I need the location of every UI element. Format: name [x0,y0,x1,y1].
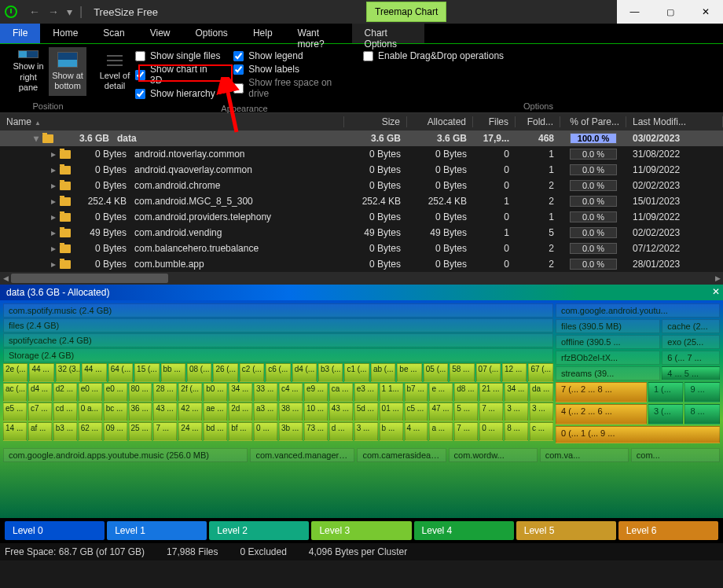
treemap-cell[interactable]: bf ... [229,422,252,441]
treemap-cell[interactable]: 6 (... 7 ... [662,351,720,365]
treemap-cell[interactable]: ca ... [329,383,353,402]
treemap-cell[interactable]: b ... [380,422,403,441]
treemap-cell[interactable]: 42 ... [178,402,202,421]
col-modified[interactable]: Last Modifi... [626,116,723,127]
expand-icon[interactable]: ▸ [49,164,58,175]
treemap-cell[interactable]: rfzBOb2el-tX... [556,351,660,365]
treemap-cell[interactable]: 80 ... [129,383,152,402]
table-row[interactable]: ▸0 Bytescom.balancehero.truebalance0 Byt… [0,241,723,256]
chk-enable-dragdrop[interactable]: Enable Drag&Drop operations [363,50,714,61]
treemap-cell[interactable]: 64 (... [108,363,133,382]
expand-icon[interactable]: ▸ [49,259,58,270]
show-at-bottom-button[interactable]: Show at bottom [49,47,86,96]
treemap-cell[interactable]: c5 ... [405,402,428,421]
treemap-cell[interactable]: 9 ... [684,382,720,402]
treemap-cell[interactable]: 36 ... [129,402,152,421]
expand-icon[interactable]: ▸ [49,211,58,222]
treemap-cell[interactable]: 07 (... [476,363,501,382]
treemap-cell[interactable]: af ... [28,422,52,441]
treemap-cell[interactable]: 1 (... [648,382,684,402]
treemap-cell[interactable]: e0 ... [79,383,102,402]
grid-scrollbar-h[interactable]: ◀ ▶ [0,272,723,285]
treemap-cell[interactable]: 12 ... [502,363,527,382]
treemap-cell[interactable]: b0 ... [204,383,227,402]
file-grid[interactable]: ▾3.6 GBdata3.6 GB3.6 GB17,9...468100.0 %… [0,130,723,272]
treemap-cell[interactable]: 7 ... [153,422,177,441]
treemap-cell[interactable]: 33 ... [254,383,277,402]
treemap-cell[interactable]: 67 (... [528,363,552,382]
col-files[interactable]: Files [473,116,516,127]
treemap-cell[interactable]: 3 ... [354,422,378,441]
chk-show-free-space[interactable]: Show free space on drive [233,77,354,99]
treemap-cell[interactable]: e5 ... [3,402,27,421]
treemap-cell[interactable]: 47 ... [429,402,453,421]
treemap-cell[interactable]: e0 ... [104,383,127,402]
treemap-cell[interactable]: 26 (... [213,363,237,382]
treemap-cell[interactable]: d4 (... [292,363,317,382]
table-row[interactable]: ▾3.6 GBdata3.6 GB3.6 GB17,9...468100.0 %… [0,130,723,146]
treemap-cell[interactable]: 73 ... [304,422,328,441]
treemap-cell[interactable]: 44 ... [29,363,53,382]
treemap-cell[interactable]: 21 ... [479,383,503,402]
treemap-cell[interactable]: 1 1... [380,383,403,402]
treemap-cell[interactable]: 3 ... [505,402,528,421]
treemap-cell[interactable]: 05 (... [424,363,448,382]
treemap-cell[interactable]: c2 (... [240,363,264,382]
level-of-detail-button[interactable]: Level of detail [96,47,134,96]
treemap-cell[interactable]: a3 ... [254,402,277,421]
treemap-cell[interactable]: spotifycache (2.4 GB) [3,333,553,347]
treemap-cell[interactable]: 15 (... [134,363,159,382]
treemap-cell[interactable]: c7 ... [28,402,52,421]
table-row[interactable]: ▸0 Bytescom.android.providers.telephony0… [0,209,723,225]
menu-options[interactable]: Options [183,24,240,43]
legend-level-3[interactable]: Level 3 [311,521,411,540]
treemap-cell[interactable]: bd ... [204,422,227,441]
table-row[interactable]: ▸0 Bytescom.android.chrome0 Bytes0 Bytes… [0,178,723,193]
treemap-cell[interactable]: 14 ... [3,422,27,441]
expand-icon[interactable]: ▸ [49,149,58,160]
treemap-cell[interactable]: 01 ... [380,402,403,421]
treemap-cell[interactable]: 44 ... [82,363,106,382]
table-row[interactable]: ▸0 Bytescom.bumble.app0 Bytes0 Bytes020.… [0,256,723,272]
treemap-cell[interactable]: com.vanced.manager (1... [250,448,354,462]
treemap-cell[interactable]: files (390.5 MB) [556,319,660,333]
chk-show-chart-3d[interactable]: Show chart in 3D [135,64,221,86]
expand-icon[interactable]: ▸ [49,196,58,207]
treemap-cell[interactable]: 58 ... [450,363,474,382]
treemap-cell[interactable]: 34 ... [229,383,252,402]
treemap-cell[interactable]: 2f (... [178,383,202,402]
window-minimize-icon[interactable] [617,0,652,24]
window-maximize-icon[interactable] [652,0,688,24]
treemap-cell[interactable]: cache (2... [662,319,720,333]
legend-level-2[interactable]: Level 2 [209,521,309,540]
treemap-cell[interactable]: streams (39... [556,366,660,380]
treemap-cell[interactable]: 7 ... [479,402,503,421]
treemap-cell[interactable]: be ... [397,363,421,382]
col-folders[interactable]: Fold... [516,116,560,127]
table-row[interactable]: ▸0 Bytesandroid.ntoverlay.common0 Bytes0… [0,146,723,162]
legend-level-0[interactable]: Level 0 [5,521,105,540]
col-percent[interactable]: % of Pare... [560,116,626,127]
table-row[interactable]: ▸252.4 KBcom.android.MGC_8_5_300252.4 KB… [0,193,723,209]
treemap-cell[interactable]: c4 ... [279,383,303,402]
treemap-cell[interactable]: ae ... [204,402,227,421]
expand-icon[interactable]: ▸ [49,227,58,238]
treemap-cell[interactable]: c6 (... [266,363,290,382]
treemap-cell[interactable]: e9 ... [304,383,328,402]
treemap-cell[interactable]: offline (390.5 ... [556,335,660,349]
menu-scan[interactable]: Scan [90,24,137,43]
show-right-pane-button[interactable]: Show in right pane [9,47,47,96]
treemap-cell[interactable]: b7 ... [405,383,428,402]
treemap-cell[interactable]: a ... [429,422,453,441]
treemap-cell[interactable]: com.google.android.apps.youtube.music (2… [3,448,248,462]
menu-view[interactable]: View [138,24,183,43]
treemap-cell[interactable]: 5 ... [454,402,478,421]
treemap-cell[interactable]: 8 ... [684,404,720,424]
treemap-cell[interactable]: files (2.4 GB) [3,318,553,333]
menu-chart-options[interactable]: Chart Options [352,24,424,43]
treemap-cell[interactable]: 0 (... 1 (... 9 ... [556,426,720,443]
treemap-cell[interactable]: 4 (... 2 ... 6 ... [556,404,647,424]
treemap-cell[interactable]: 0 ... [254,422,277,441]
legend-level-1[interactable]: Level 1 [107,521,207,540]
treemap-cell[interactable]: 08 (... [187,363,211,382]
